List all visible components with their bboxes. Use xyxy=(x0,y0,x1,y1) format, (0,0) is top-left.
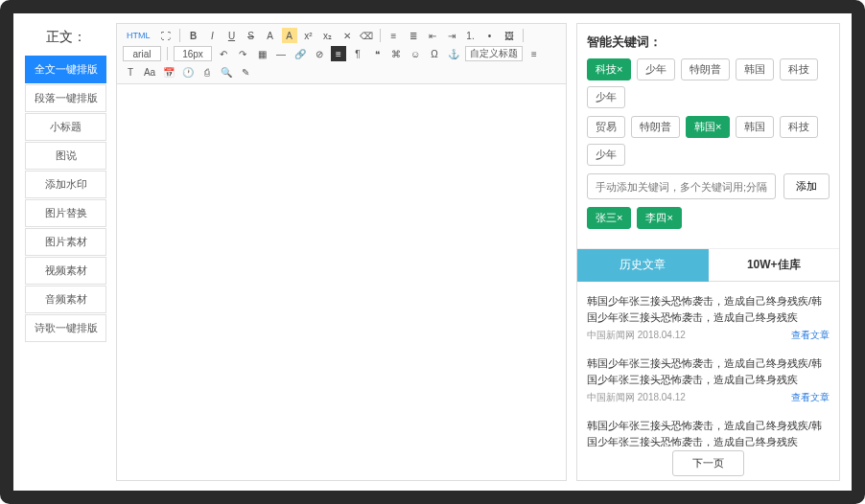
keyword-tag[interactable]: 科技 xyxy=(780,58,818,80)
heading-icon[interactable]: T xyxy=(123,64,138,80)
right-panel: 智能关键词： 科技×少年特朗普韩国科技少年 贸易特朗普韩国×韩国科技少年 添加 … xyxy=(576,23,840,481)
font-select[interactable]: arial xyxy=(123,46,161,61)
redo-icon[interactable]: ↷ xyxy=(235,46,250,61)
size-select[interactable]: 16px xyxy=(174,46,212,61)
nav-item-9[interactable]: 诗歌一键排版 xyxy=(25,314,106,342)
strike-icon[interactable]: S xyxy=(244,28,259,43)
view-article-link[interactable]: 查看文章 xyxy=(791,391,830,404)
bold-icon[interactable]: B xyxy=(186,28,201,43)
left-sidebar: 正文： 全文一键排版段落一键排版小标题图说添加水印图片替换图片素材视频素材音频素… xyxy=(25,23,106,481)
align-left-icon[interactable]: ≡ xyxy=(386,28,402,43)
case-icon[interactable]: Aa xyxy=(142,64,157,80)
align-center-icon[interactable]: ≣ xyxy=(406,28,421,43)
nav-item-7[interactable]: 视频素材 xyxy=(25,257,106,285)
time-icon[interactable]: 🕐 xyxy=(180,64,196,80)
keyword-tag[interactable]: 韩国 xyxy=(736,116,774,138)
keyword-tag[interactable]: 少年 xyxy=(587,86,625,108)
eraser-icon[interactable]: ⌫ xyxy=(359,28,374,43)
para-icon[interactable]: ≡ xyxy=(526,46,542,61)
keyword-tag[interactable]: 韩国× xyxy=(686,116,730,138)
add-keyword-button[interactable]: 添加 xyxy=(783,173,830,199)
keyword-tag[interactable]: 贸易 xyxy=(587,116,625,138)
article-tabs: 历史文章 10W+佳库 xyxy=(577,249,839,282)
content-label: 正文： xyxy=(25,23,106,56)
sup-icon[interactable]: x² xyxy=(301,28,316,43)
keyword-tag[interactable]: 特朗普 xyxy=(681,58,730,80)
keyword-tag[interactable]: 张三× xyxy=(587,207,631,229)
keyword-tag[interactable]: 特朗普 xyxy=(631,116,680,138)
article-item: 韩国少年张三接头恐怖袭击，造成自己终身残疾/韩国少年张三接头恐怖袭击，造成自己终… xyxy=(587,410,830,447)
next-page-button[interactable]: 下一页 xyxy=(672,450,744,476)
unlink-icon[interactable]: ⊘ xyxy=(312,46,327,61)
undo-icon[interactable]: ↶ xyxy=(216,46,231,61)
article-source: 中国新闻网 2018.04.12 xyxy=(587,391,686,404)
tab-10w[interactable]: 10W+佳库 xyxy=(709,249,840,282)
sub-icon[interactable]: x₂ xyxy=(320,28,336,43)
underline-icon[interactable]: U xyxy=(224,28,240,43)
tab-history[interactable]: 历史文章 xyxy=(577,249,709,282)
quote-icon[interactable]: ❝ xyxy=(369,46,385,61)
fontcolor-icon[interactable]: A xyxy=(263,28,278,43)
article-title: 韩国少年张三接头恐怖袭击，造成自己终身残疾/韩国少年张三接头恐怖袭击，造成自己终… xyxy=(587,418,830,447)
article-item: 韩国少年张三接头恐怖袭击，造成自己终身残疾/韩国少年张三接头恐怖袭击，造成自己终… xyxy=(587,286,830,348)
keyword-input[interactable] xyxy=(587,173,776,199)
emoji-icon[interactable]: ☺ xyxy=(408,46,423,61)
keyword-tag[interactable]: 韩国 xyxy=(736,58,774,80)
nav-list: 全文一键排版段落一键排版小标题图说添加水印图片替换图片素材视频素材音频素材诗歌一… xyxy=(25,56,106,342)
italic-icon[interactable]: I xyxy=(205,28,221,43)
brush-icon[interactable]: ✎ xyxy=(238,64,253,80)
align-justify-icon[interactable]: ≡ xyxy=(331,46,346,61)
symbol-icon[interactable]: Ω xyxy=(427,46,442,61)
keyword-tag[interactable]: 李四× xyxy=(637,207,681,229)
nav-item-3[interactable]: 图说 xyxy=(25,142,106,170)
ul-icon[interactable]: • xyxy=(482,28,498,43)
print-icon[interactable]: ⎙ xyxy=(199,64,215,80)
article-list: 韩国少年张三接头恐怖袭击，造成自己终身残疾/韩国少年张三接头恐怖袭击，造成自己终… xyxy=(577,282,839,447)
view-article-link[interactable]: 查看文章 xyxy=(791,329,830,342)
editor-textarea[interactable] xyxy=(117,84,566,480)
fullscreen-icon[interactable]: ⛶ xyxy=(158,28,174,43)
image-icon[interactable]: 🖼 xyxy=(502,28,517,43)
article-source: 中国新闻网 2018.04.12 xyxy=(587,329,686,342)
indent-icon[interactable]: ⇥ xyxy=(444,28,459,43)
keyword-tag[interactable]: 少年 xyxy=(587,144,625,166)
keywords-section: 智能关键词： 科技×少年特朗普韩国科技少年 贸易特朗普韩国×韩国科技少年 添加 … xyxy=(577,24,839,249)
keyword-tag[interactable]: 科技× xyxy=(587,58,631,80)
keyword-row-1: 科技×少年特朗普韩国科技少年 xyxy=(587,58,830,108)
code-icon[interactable]: ⌘ xyxy=(388,46,404,61)
editor-panel: HTML ⛶ B I U S A A x² x₂ ✕ ⌫ ≡ ≣ ⇤ ⇥ 1. … xyxy=(116,23,567,481)
search-icon[interactable]: 🔍 xyxy=(219,64,234,80)
ltr-icon[interactable]: ¶ xyxy=(350,46,365,61)
article-item: 韩国少年张三接头恐怖袭击，造成自己终身残疾/韩国少年张三接头恐怖袭击，造成自己终… xyxy=(587,348,830,410)
ol-icon[interactable]: 1. xyxy=(463,28,479,43)
date-icon[interactable]: 📅 xyxy=(161,64,176,80)
html-button[interactable]: HTML xyxy=(123,28,154,43)
article-title: 韩国少年张三接头恐怖袭击，造成自己终身残疾/韩国少年张三接头恐怖袭击，造成自己终… xyxy=(587,355,830,387)
keywords-title: 智能关键词： xyxy=(587,34,830,51)
keyword-tag[interactable]: 少年 xyxy=(637,58,675,80)
nav-item-1[interactable]: 段落一键排版 xyxy=(25,84,106,112)
nav-item-8[interactable]: 音频素材 xyxy=(25,286,106,313)
keyword-added-row: 张三×李四× xyxy=(587,207,830,229)
outdent-icon[interactable]: ⇤ xyxy=(425,28,440,43)
nav-item-4[interactable]: 添加水印 xyxy=(25,171,106,198)
keyword-tag[interactable]: 科技 xyxy=(780,116,818,138)
anchor-icon[interactable]: ⚓ xyxy=(446,46,461,61)
clear-icon[interactable]: ✕ xyxy=(339,28,355,43)
editor-toolbar: HTML ⛶ B I U S A A x² x₂ ✕ ⌫ ≡ ≣ ⇤ ⇥ 1. … xyxy=(117,24,566,84)
article-title: 韩国少年张三接头恐怖袭击，造成自己终身残疾/韩国少年张三接头恐怖袭击，造成自己终… xyxy=(587,293,830,325)
hr-icon[interactable]: — xyxy=(273,46,289,61)
nav-item-2[interactable]: 小标题 xyxy=(25,113,106,141)
custom-select[interactable]: 自定义标题 xyxy=(465,46,523,61)
link-icon[interactable]: 🔗 xyxy=(292,46,308,61)
keyword-row-2: 贸易特朗普韩国×韩国科技少年 xyxy=(587,116,830,166)
nav-item-6[interactable]: 图片素材 xyxy=(25,228,106,256)
bgcolor-icon[interactable]: A xyxy=(282,28,297,43)
table-icon[interactable]: ▦ xyxy=(254,46,269,61)
nav-item-5[interactable]: 图片替换 xyxy=(25,199,106,227)
nav-item-0[interactable]: 全文一键排版 xyxy=(25,56,106,83)
app-frame: 正文： 全文一键排版段落一键排版小标题图说添加水印图片替换图片素材视频素材音频素… xyxy=(0,0,865,504)
